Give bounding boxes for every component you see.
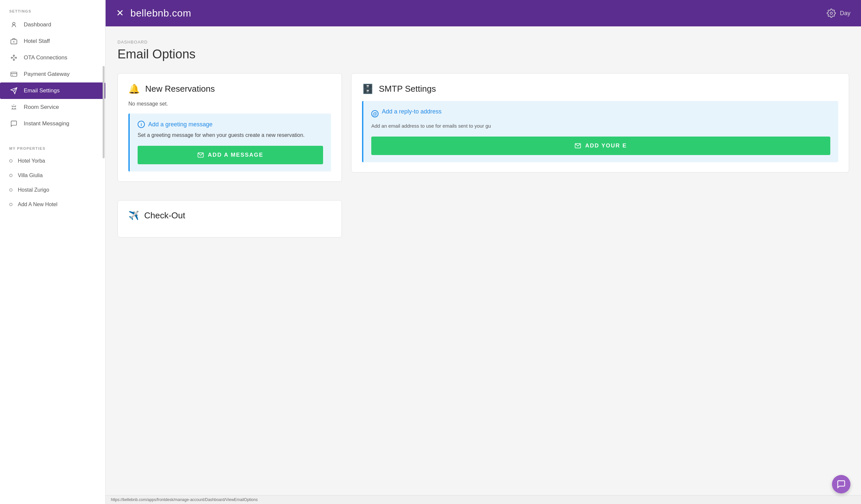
property-item-add-new-hotel[interactable]: Add A New Hotel xyxy=(0,197,105,212)
properties-section: MY PROPERTIES Hotel Yorba Villa Giulia H… xyxy=(0,137,105,212)
smtp-envelope-icon xyxy=(575,142,581,149)
smtp-card: 🗄️ SMTP Settings @ Add a reply-to addres… xyxy=(351,73,849,172)
breadcrumb: DASHBOARD xyxy=(118,40,849,44)
sidebar-item-email-settings-label: Email Settings xyxy=(24,87,60,94)
sidebar-item-instant-messaging[interactable]: Instant Messaging xyxy=(0,115,105,132)
property-label-villa-giulia: Villa Giulia xyxy=(18,172,43,179)
sidebar-item-messaging-label: Instant Messaging xyxy=(24,121,69,127)
bell-icon: 🔔 xyxy=(128,83,140,94)
info-box-header: i Add a greeting message xyxy=(138,121,323,128)
properties-section-label: MY PROPERTIES xyxy=(0,137,105,154)
info-box-desc: Set a greeting message for when your gue… xyxy=(138,131,323,139)
property-dot-icon xyxy=(9,203,13,206)
svg-point-8 xyxy=(13,59,14,61)
checkout-card: ✈️ Check-Out xyxy=(118,200,342,237)
page-title: Email Options xyxy=(118,47,849,61)
smtp-info-desc: Add an email address to use for emails s… xyxy=(371,122,830,130)
property-dot-icon xyxy=(9,188,13,192)
sidebar-item-payment-gateway[interactable]: Payment Gateway xyxy=(0,66,105,82)
sidebar-item-dashboard[interactable]: Dashboard xyxy=(0,16,105,33)
scrollbar[interactable] xyxy=(102,66,105,158)
topbar-title: bellebnb.com xyxy=(131,8,191,19)
topbar: ✕ bellebnb.com Day xyxy=(106,0,861,26)
smtp-info-box: @ Add a reply-to address Add an email ad… xyxy=(362,101,838,162)
no-message-text: No message set. xyxy=(128,101,331,107)
topbar-day-label: Day xyxy=(840,10,850,17)
ota-icon xyxy=(9,54,18,61)
room-service-icon xyxy=(9,103,18,111)
gear-icon[interactable] xyxy=(827,9,836,18)
svg-point-23 xyxy=(830,12,832,15)
property-label-hotel-yorba: Hotel Yorba xyxy=(18,158,45,164)
svg-point-7 xyxy=(15,57,17,58)
sidebar-item-hotel-staff[interactable]: Hotel Staff xyxy=(0,33,105,50)
sidebar-item-room-service[interactable]: Room Service xyxy=(0,99,105,115)
smtp-reply-link[interactable]: Add a reply-to address xyxy=(382,108,441,115)
main-area: ✕ bellebnb.com Day DASHBOARD Email Optio… xyxy=(106,0,861,504)
smtp-card-header: 🗄️ SMTP Settings xyxy=(362,83,838,94)
smtp-button-label: ADD YOUR E xyxy=(585,142,627,149)
close-button[interactable]: ✕ xyxy=(116,9,124,18)
database-icon: 🗄️ xyxy=(362,83,373,94)
messaging-icon xyxy=(9,120,18,127)
sidebar-item-room-service-label: Room Service xyxy=(24,104,59,111)
sidebar: SETTINGS Dashboard Hotel Staff xyxy=(0,0,106,504)
envelope-icon xyxy=(197,152,204,158)
property-dot-icon xyxy=(9,159,13,163)
status-url: https://bellebnb.com/apps/frontdesk/mana… xyxy=(111,498,258,502)
settings-section-label: SETTINGS xyxy=(0,0,105,16)
chat-button[interactable] xyxy=(832,475,850,493)
smtp-title: SMTP Settings xyxy=(379,84,436,94)
sidebar-item-dashboard-label: Dashboard xyxy=(24,22,51,28)
chat-icon xyxy=(837,480,846,489)
add-greeting-link[interactable]: Add a greeting message xyxy=(148,121,213,128)
status-bar: https://bellebnb.com/apps/frontdesk/mana… xyxy=(106,495,861,504)
card-header-new-reservations: 🔔 New Reservations xyxy=(128,83,331,94)
property-item-hotel-yorba[interactable]: Hotel Yorba xyxy=(0,154,105,168)
sidebar-item-email-settings[interactable]: Email Settings xyxy=(0,82,105,99)
add-email-button[interactable]: ADD YOUR E xyxy=(371,137,830,155)
property-label-hostal-zurigo: Hostal Zurigo xyxy=(18,187,49,193)
topbar-right: Day xyxy=(827,9,850,18)
checkout-card-header: ✈️ Check-Out xyxy=(128,210,331,221)
svg-point-5 xyxy=(11,57,13,58)
svg-rect-13 xyxy=(11,72,17,76)
property-item-hostal-zurigo[interactable]: Hostal Zurigo xyxy=(0,183,105,197)
payment-icon xyxy=(9,71,18,78)
svg-point-6 xyxy=(13,55,14,56)
second-cards-row: ✈️ Check-Out xyxy=(118,191,849,237)
property-label-add-new-hotel: Add A New Hotel xyxy=(18,201,57,208)
email-settings-icon xyxy=(9,87,18,94)
sidebar-item-payment-label: Payment Gateway xyxy=(24,71,70,78)
new-reservations-title: New Reservations xyxy=(145,84,215,94)
property-item-villa-giulia[interactable]: Villa Giulia xyxy=(0,168,105,183)
svg-point-0 xyxy=(13,23,15,25)
dashboard-icon xyxy=(9,21,18,28)
sidebar-item-hotel-staff-label: Hotel Staff xyxy=(24,38,50,44)
property-dot-icon xyxy=(9,174,13,177)
checkout-icon: ✈️ xyxy=(128,210,139,221)
checkout-title: Check-Out xyxy=(144,210,185,221)
greeting-info-box: i Add a greeting message Set a greeting … xyxy=(128,113,331,171)
content-area: DASHBOARD Email Options 🔔 New Reservatio… xyxy=(106,26,861,495)
new-reservations-card: 🔔 New Reservations No message set. i Add… xyxy=(118,73,342,182)
hotel-staff-icon xyxy=(9,38,18,45)
cards-row: 🔔 New Reservations No message set. i Add… xyxy=(118,73,849,182)
add-message-label: ADD A MESSAGE xyxy=(208,152,263,158)
add-message-button[interactable]: ADD A MESSAGE xyxy=(138,146,323,164)
sidebar-item-ota-connections[interactable]: OTA Connections xyxy=(0,50,105,66)
smtp-info-icon: @ xyxy=(371,110,379,117)
sidebar-item-ota-label: OTA Connections xyxy=(24,54,67,61)
info-circle-icon: i xyxy=(138,121,145,128)
